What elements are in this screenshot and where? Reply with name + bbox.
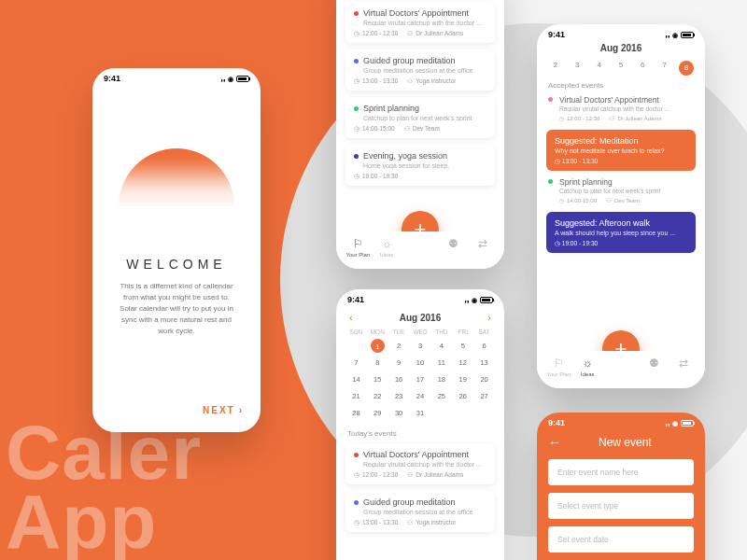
event-title: Sprint planning (354, 104, 486, 113)
status-icons (659, 418, 694, 427)
accepted-heading: Accepted events (537, 77, 705, 95)
back-arrow-icon[interactable]: ← (548, 435, 561, 450)
calendar-day[interactable]: 30 (388, 406, 410, 420)
suggested-event[interactable]: Suggested: Meditation Why not meditate o… (546, 130, 696, 171)
week-day[interactable]: 8 (679, 61, 694, 76)
event-subtitle: Group meditation session at the office (354, 509, 486, 515)
event-organizer: Dr Juliean Adams (407, 471, 463, 479)
welcome-body: This is a differnet kind of callendar fr… (92, 272, 261, 337)
event-card[interactable]: Sprint planning Catchup to plan for next… (345, 97, 495, 138)
battery-icon (681, 420, 694, 427)
calendar-day[interactable]: 20 (473, 372, 495, 386)
form-field[interactable]: Enter event name here (548, 459, 694, 485)
next-label: NEXT (203, 405, 235, 415)
event-card[interactable]: Guided group meditation Group meditation… (345, 49, 495, 91)
nav-item[interactable]: ⚉ (440, 237, 468, 252)
next-button[interactable]: NEXT › (203, 405, 244, 415)
calendar-day[interactable]: 6 (473, 339, 495, 353)
event-organizer: Yoga instructor (407, 519, 456, 526)
wifi-icon (472, 295, 477, 304)
weekday-label: WED (410, 329, 431, 335)
calendar-day[interactable]: 26 (452, 389, 473, 403)
event-dot-icon (354, 106, 359, 111)
nav-item[interactable]: ☼ Ideas (573, 357, 601, 377)
weekday-label: FRI (452, 329, 473, 335)
week-day[interactable]: 4 (592, 61, 607, 76)
event-title: Virtual Doctors' Appointment (354, 450, 486, 459)
calendar-day[interactable]: 5 (452, 339, 473, 353)
calendar-day[interactable]: 8 (367, 356, 388, 370)
status-bar: 9:41 (537, 413, 705, 429)
bottom-nav: ⚐ Your Plan ☼ Ideas ⚉ ⇄ (336, 231, 504, 269)
calendar-day[interactable]: 12 (452, 356, 473, 370)
prev-month-button[interactable]: ‹ (349, 312, 353, 323)
calendar-day[interactable]: 19 (452, 372, 473, 386)
calendar-day[interactable]: 21 (345, 389, 367, 403)
event-title: Virtual Doctors' Appointment (548, 95, 694, 105)
calendar-day[interactable]: 14 (345, 372, 367, 386)
event-subtitle: Regular virutal catchup with the doctor … (354, 461, 486, 468)
calendar-day[interactable]: 31 (410, 406, 431, 420)
calendar-day[interactable]: 2 (388, 339, 410, 353)
calendar-day[interactable]: 22 (367, 389, 388, 403)
calendar-day[interactable]: 23 (388, 389, 410, 403)
calendar-day[interactable]: 18 (430, 372, 452, 386)
status-icons (659, 30, 694, 39)
event-organizer: Dr Juliean Adams (609, 115, 661, 122)
calendar-day[interactable]: 9 (388, 356, 410, 370)
week-day[interactable]: 5 (613, 61, 628, 76)
battery-icon (236, 76, 249, 82)
status-bar: 9:41 (92, 68, 261, 85)
calendar-day[interactable]: 1 (371, 339, 385, 353)
week-day[interactable]: 7 (657, 61, 672, 76)
event-card[interactable]: Virtual Doctors' Appointment Regular vir… (345, 443, 495, 484)
week-day[interactable]: 2 (548, 61, 563, 76)
calendar-day[interactable]: 25 (430, 389, 452, 403)
event-card[interactable]: Guided group meditation Group meditation… (345, 491, 495, 532)
suggested-subtitle: A walk should help you sleep since you .… (555, 230, 687, 236)
form-field[interactable]: Set event date (548, 526, 694, 553)
calendar-day[interactable]: 7 (345, 356, 367, 370)
event-card[interactable]: Virtual Doctors' Appointment Regular vir… (345, 2, 495, 43)
event-subtitle: Group meditation session at the office (354, 67, 486, 74)
calendar-day[interactable]: 11 (430, 356, 452, 370)
event-organizer: Dev Team (606, 197, 640, 204)
week-day[interactable]: 3 (570, 61, 585, 76)
calendar-day[interactable]: 10 (410, 356, 431, 370)
calendar-day[interactable]: 27 (473, 389, 495, 403)
phone-calendar: 9:41 ‹ Aug 2016 › SUNMONTUEWEDTHUFRISAT … (336, 289, 504, 560)
calendar-day[interactable]: 17 (410, 372, 431, 386)
weekday-label: MON (367, 329, 388, 335)
form-field[interactable]: Select event type (548, 493, 694, 519)
nav-label: Ideas (581, 371, 595, 377)
calendar-day[interactable]: 24 (410, 389, 431, 403)
event-organizer: Dev Team (404, 125, 440, 133)
nav-item[interactable]: ⚉ (641, 357, 669, 371)
new-event-header: ← New event (537, 429, 705, 459)
nav-item[interactable]: ☼ Ideas (373, 237, 401, 258)
calendar-day[interactable]: 16 (388, 372, 410, 386)
event-card[interactable]: Evening, yoga session Home yoga session … (345, 145, 495, 186)
nav-item[interactable]: ⇄ (469, 237, 497, 252)
calendar-day[interactable]: 4 (430, 339, 452, 353)
accepted-event[interactable]: Virtual Doctors' Appointment Regular vir… (537, 95, 705, 130)
welcome-title: WELCOME (92, 257, 261, 272)
calendar-day[interactable]: 28 (345, 406, 367, 420)
suggested-event[interactable]: Suggested: Afteroon walk A walk should h… (546, 212, 696, 253)
week-day[interactable]: 6 (635, 61, 650, 76)
event-time: 13:00 - 13:30 (354, 519, 398, 526)
accepted-event[interactable]: Sprint planning Catchup to plan for next… (537, 177, 705, 212)
calendar-day[interactable]: 15 (367, 372, 388, 386)
calendar-day[interactable]: 13 (473, 356, 495, 370)
nav-label: Ideas (380, 252, 394, 258)
wifi-icon (672, 30, 678, 39)
sun-illustration (92, 85, 261, 206)
event-time: 19:00 - 19:30 (354, 173, 398, 180)
nav-item[interactable]: ⚐ Your Plan (544, 357, 572, 377)
calendar-day[interactable]: 29 (367, 406, 388, 420)
next-month-button[interactable]: › (487, 312, 491, 323)
event-subtitle: Regular virutal catchup with the doctor … (548, 105, 694, 112)
nav-item[interactable]: ⇄ (669, 357, 698, 371)
nav-item[interactable]: ⚐ Your Plan (344, 237, 372, 258)
calendar-day[interactable]: 3 (410, 339, 431, 353)
